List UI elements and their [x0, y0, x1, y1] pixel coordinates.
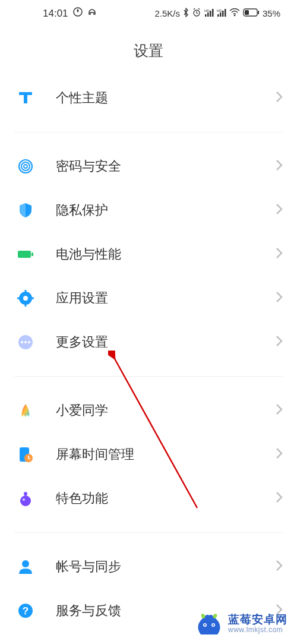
page-title: 设置 — [0, 27, 297, 76]
status-time: 14:01 — [43, 8, 68, 20]
row-app-settings[interactable]: 应用设置 — [0, 276, 297, 320]
svg-point-46 — [213, 624, 214, 626]
row-label: 密码与安全 — [56, 157, 121, 175]
account-icon — [17, 558, 34, 576]
svg-rect-25 — [25, 290, 27, 293]
battery-icon — [17, 245, 34, 263]
svg-rect-27 — [17, 298, 20, 299]
theme-icon — [17, 89, 34, 107]
svg-point-32 — [28, 341, 30, 343]
svg-rect-3 — [207, 12, 209, 17]
battery-outline-icon — [243, 8, 260, 18]
svg-text:HD: HD — [217, 9, 222, 12]
chevron-right-icon — [276, 291, 283, 305]
row-label: 应用设置 — [56, 289, 108, 307]
headphones-icon — [87, 7, 97, 20]
row-label: 隐私保护 — [56, 201, 108, 219]
svg-rect-14 — [258, 11, 259, 14]
svg-rect-15 — [245, 10, 249, 15]
chevron-right-icon — [276, 403, 283, 418]
feature-icon — [17, 490, 34, 507]
settings-list: 个性主题 密码与安全 隐私保护 电池与性能 应用设置 更多设置 小爱同学 屏幕时… — [0, 76, 297, 633]
chevron-right-icon — [276, 91, 283, 105]
divider — [14, 132, 283, 132]
row-battery[interactable]: 电池与性能 — [0, 232, 297, 276]
net-rate: 2.5K/s — [154, 8, 180, 18]
row-theme[interactable]: 个性主题 — [0, 76, 297, 120]
chevron-right-icon — [276, 335, 283, 349]
chevron-right-icon — [276, 247, 283, 261]
svg-rect-5 — [212, 9, 214, 17]
chevron-right-icon — [276, 491, 283, 506]
svg-text:?: ? — [23, 605, 29, 617]
svg-rect-16 — [19, 92, 32, 95]
row-privacy[interactable]: 隐私保护 — [0, 188, 297, 232]
screentime-icon — [17, 446, 34, 463]
chevron-right-icon — [276, 203, 283, 217]
alarm-icon — [192, 8, 201, 19]
xiaoai-icon — [17, 402, 34, 419]
svg-rect-22 — [31, 252, 33, 256]
row-account-sync[interactable]: 帐号与同步 — [0, 545, 297, 589]
row-label: 个性主题 — [56, 89, 108, 107]
row-label: 帐号与同步 — [56, 558, 121, 576]
status-bar: 14:01 2.5K/s HD HD 35% — [0, 0, 297, 27]
row-label: 屏幕时间管理 — [56, 446, 134, 463]
signal2-icon: HD — [217, 8, 226, 18]
svg-point-39 — [22, 560, 29, 567]
row-label: 更多设置 — [56, 333, 108, 351]
svg-rect-37 — [25, 494, 27, 497]
svg-point-45 — [204, 624, 206, 626]
row-label: 电池与性能 — [56, 245, 121, 263]
svg-point-20 — [24, 165, 27, 168]
svg-rect-17 — [24, 95, 27, 103]
bluetooth-icon — [183, 8, 189, 19]
row-label: 小爱同学 — [56, 402, 108, 419]
wifi-icon — [229, 8, 240, 18]
svg-rect-26 — [25, 304, 27, 307]
row-password-security[interactable]: 密码与安全 — [0, 144, 297, 188]
row-label: 服务与反馈 — [56, 602, 121, 620]
watermark-logo-icon — [196, 612, 222, 636]
svg-rect-2 — [205, 14, 207, 17]
signal1-icon: HD — [204, 8, 214, 18]
fingerprint-icon — [17, 157, 34, 175]
row-screentime[interactable]: 屏幕时间管理 — [0, 433, 297, 476]
chevron-right-icon — [276, 560, 283, 574]
svg-point-38 — [23, 498, 25, 501]
watermark-url: www.lmkjst.com — [228, 626, 287, 634]
svg-rect-7 — [217, 14, 219, 17]
svg-point-19 — [21, 162, 30, 171]
divider — [14, 376, 283, 377]
watermark-title: 蓝莓安卓网 — [228, 614, 287, 626]
chevron-right-icon — [276, 159, 283, 173]
dots-icon — [17, 333, 34, 351]
watermark: 蓝莓安卓网 www.lmkjst.com — [196, 612, 287, 636]
svg-point-31 — [24, 341, 27, 343]
svg-point-24 — [23, 296, 28, 301]
svg-rect-9 — [222, 11, 224, 17]
row-label: 特色功能 — [56, 490, 108, 507]
svg-rect-8 — [220, 12, 222, 17]
row-more-settings[interactable]: 更多设置 — [0, 320, 297, 364]
svg-rect-28 — [31, 298, 34, 299]
svg-text:HD: HD — [204, 9, 210, 12]
gear-icon — [17, 289, 34, 307]
row-xiaoai[interactable]: 小爱同学 — [0, 389, 297, 433]
row-features[interactable]: 特色功能 — [0, 476, 297, 520]
help-icon: ? — [17, 602, 34, 620]
svg-rect-4 — [210, 11, 211, 17]
svg-rect-10 — [225, 9, 226, 17]
shield-icon — [17, 201, 34, 219]
chevron-right-icon — [276, 447, 283, 462]
svg-rect-21 — [18, 251, 31, 258]
divider — [14, 532, 283, 533]
netease-icon — [73, 7, 83, 20]
svg-point-30 — [21, 341, 23, 343]
battery-percent: 35% — [263, 8, 280, 18]
svg-point-12 — [234, 15, 236, 17]
